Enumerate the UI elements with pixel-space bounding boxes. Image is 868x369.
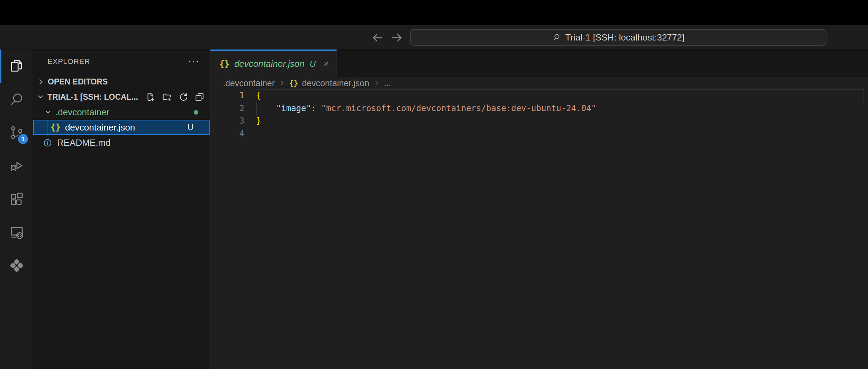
code-line-4: 4	[210, 127, 868, 140]
code-token-key: "image"	[276, 104, 311, 113]
activity-item-remote-explorer[interactable]	[0, 216, 33, 249]
new-folder-icon[interactable]	[162, 92, 172, 102]
tab-label: devcontainer.json	[234, 58, 305, 69]
workspace-section[interactable]: TRIAL-1 [SSH: LOCAL...	[33, 89, 210, 105]
json-file-icon: {}	[51, 123, 61, 132]
command-center-search[interactable]: Trial-1 [SSH: localhost:32772]	[410, 29, 826, 46]
code-line-3: 3 }	[210, 115, 868, 127]
line-number: 2	[210, 102, 256, 115]
code-token-string: "mcr.microsoft.com/devcontainers/base:de…	[321, 104, 596, 113]
chevron-right-icon	[373, 80, 380, 87]
collapse-all-icon[interactable]	[194, 92, 205, 102]
scm-changes-badge: 1	[17, 133, 29, 145]
close-icon[interactable]	[323, 59, 329, 69]
activity-item-explorer[interactable]	[0, 50, 33, 83]
remote-explorer-icon	[9, 224, 25, 240]
code-token: }	[256, 116, 261, 126]
tree-item-devcontainer-json[interactable]: {} devcontainer.json U	[33, 120, 210, 135]
code-line-2: 2 "image": "mcr.microsoft.com/devcontain…	[210, 102, 868, 115]
activity-item-azure[interactable]	[0, 249, 33, 282]
ellipsis-icon	[188, 57, 199, 66]
command-center-label: Trial-1 [SSH: localhost:32772]	[565, 32, 684, 43]
new-file-icon[interactable]	[145, 92, 156, 102]
code-editor[interactable]: 1 { 2 "image": "mcr.microsoft.com/devcon…	[210, 89, 868, 369]
info-icon	[43, 138, 52, 147]
search-icon	[9, 91, 25, 107]
chevron-down-icon	[44, 108, 52, 116]
tab-devcontainer-json[interactable]: {} devcontainer.json U	[210, 50, 337, 77]
chevron-right-icon	[37, 78, 45, 86]
breadcrumb-folder[interactable]: .devcontainer	[223, 78, 275, 88]
title-bar: Trial-1 [SSH: localhost:32772]	[0, 25, 868, 50]
tab-git-badge: U	[310, 59, 316, 69]
activity-item-debug[interactable]	[0, 149, 33, 182]
line-number: 3	[210, 115, 256, 127]
more-actions-button[interactable]	[188, 57, 199, 66]
json-file-icon: {}	[219, 59, 229, 69]
activity-bar: 1	[0, 50, 33, 369]
navigate-back-button[interactable]	[371, 31, 384, 44]
open-editors-section[interactable]: OPEN EDITORS	[33, 74, 210, 89]
folder-name: .devcontainer	[55, 107, 109, 118]
arrow-left-icon	[371, 31, 384, 44]
tree-indent-guide	[47, 120, 47, 135]
explorer-sidebar: EXPLORER OPEN EDITORS TRIAL-1 [SSH: LOCA…	[33, 50, 210, 369]
file-name: README.md	[57, 137, 111, 148]
git-untracked-badge: U	[188, 123, 193, 132]
current-line-highlight	[255, 89, 864, 102]
navigate-forward-button[interactable]	[390, 31, 404, 44]
workspace-label: TRIAL-1 [SSH: LOCAL...	[47, 92, 138, 102]
arrow-right-icon	[390, 31, 404, 44]
search-icon	[552, 33, 561, 42]
tab-bar: {} devcontainer.json U	[210, 50, 868, 77]
json-file-icon: {}	[289, 79, 298, 87]
sidebar-title: EXPLORER	[47, 57, 90, 66]
editor-group: {} devcontainer.json U .devcontainer {} …	[210, 50, 868, 369]
vscode-window: Trial-1 [SSH: localhost:32772] 1	[0, 0, 868, 369]
extensions-icon	[9, 191, 25, 207]
workbench: 1	[0, 50, 868, 369]
breadcrumb-file[interactable]: devcontainer.json	[302, 78, 369, 88]
chevron-right-icon	[279, 80, 286, 87]
breadcrumbs: .devcontainer {} devcontainer.json ...	[210, 77, 868, 89]
macos-top-strip	[0, 0, 868, 25]
tree-item-devcontainer-folder[interactable]: .devcontainer	[33, 105, 210, 120]
debug-icon	[9, 158, 25, 174]
files-icon	[9, 58, 25, 74]
breadcrumb-symbol[interactable]: ...	[384, 78, 391, 88]
refresh-icon[interactable]	[178, 92, 189, 102]
code-indent	[256, 104, 276, 113]
git-modified-dot	[194, 110, 198, 115]
chevron-down-icon	[37, 93, 44, 101]
activity-item-source-control[interactable]: 1	[0, 116, 33, 149]
azure-icon	[9, 258, 25, 273]
line-number: 4	[210, 127, 256, 140]
workspace-actions	[145, 89, 205, 105]
open-editors-label: OPEN EDITORS	[48, 77, 108, 87]
file-name: devcontainer.json	[65, 122, 135, 133]
indent-guide	[256, 102, 257, 115]
activity-item-search[interactable]	[0, 83, 33, 116]
activity-item-extensions[interactable]	[0, 182, 33, 216]
line-number: 1	[210, 89, 256, 102]
code-token-colon: :	[311, 104, 321, 113]
tree-item-readme[interactable]: README.md	[33, 135, 210, 150]
